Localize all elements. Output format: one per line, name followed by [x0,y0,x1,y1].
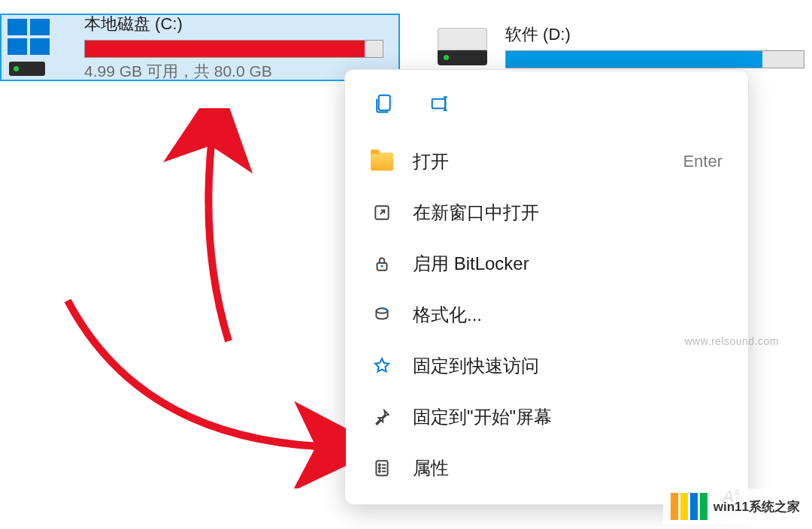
menu-pin-start[interactable]: 固定到"开始"屏幕 [345,391,748,443]
hdd-bottom-icon [438,50,487,65]
lock-icon [371,252,393,275]
svg-point-9 [379,470,380,472]
menu-open[interactable]: 打开 Enter [345,136,748,187]
watermark-corner: win11系统之家 [663,488,807,524]
svg-point-8 [379,467,380,469]
menu-open-new-window[interactable]: 在新窗口中打开 [345,187,748,238]
drive-d-info: 软件 (D:) [505,23,804,71]
menu-open-shortcut: Enter [683,152,723,171]
watermark-url: www.relsound.com [685,335,780,347]
menu-properties-label: 属性 [413,456,723,480]
pin-icon [371,406,393,428]
drive-d-usage-fill [506,51,762,68]
context-menu-toolbar [345,80,748,136]
properties-icon [371,457,393,479]
menu-pin-quickaccess[interactable]: 固定到快速访问 [345,340,748,391]
watermark-bars-icon [671,493,707,520]
menu-format-label: 格式化... [413,303,723,327]
drive-d-title: 软件 (D:) [505,23,804,46]
context-menu: 打开 Enter 在新窗口中打开 启用 BitLocker [344,69,749,505]
menu-open-label: 打开 [413,150,683,174]
drive-c-usage-bar [84,40,383,58]
svg-rect-1 [432,99,446,109]
svg-rect-0 [379,95,390,110]
drive-d-usage-bar [505,50,804,68]
drive-c-icon [5,17,80,77]
menu-open-new-window-label: 在新窗口中打开 [413,201,723,225]
menu-format[interactable]: 格式化... [345,289,748,340]
rename-icon[interactable] [428,91,453,116]
drive-c[interactable]: 本地磁盘 (C:) 4.99 GB 可用，共 80.0 GB [0,14,400,81]
menu-properties[interactable]: 属性 [345,443,748,494]
annotation-arrow-2 [45,278,346,488]
star-icon [371,355,393,377]
windows-logo-icon [8,19,50,55]
folder-icon [371,150,393,173]
drive-c-title: 本地磁盘 (C:) [84,13,395,35]
watermark-corner-text: win11系统之家 [714,498,800,515]
drive-c-usage-fill [85,41,365,57]
annotation-arrow-1 [131,108,266,349]
menu-pin-start-label: 固定到"开始"屏幕 [413,405,723,429]
menu-bitlocker[interactable]: 启用 BitLocker [345,238,748,289]
open-external-icon [371,201,393,224]
menu-bitlocker-label: 启用 BitLocker [413,252,723,276]
svg-point-4 [381,265,383,268]
copy-icon[interactable] [371,91,396,116]
menu-pin-quickaccess-label: 固定到快速访问 [413,354,723,378]
drive-thumb-icon [9,62,45,76]
drive-d-icon [435,17,501,77]
hdd-top-icon [438,28,487,50]
svg-point-7 [379,464,380,466]
format-icon [371,304,393,326]
